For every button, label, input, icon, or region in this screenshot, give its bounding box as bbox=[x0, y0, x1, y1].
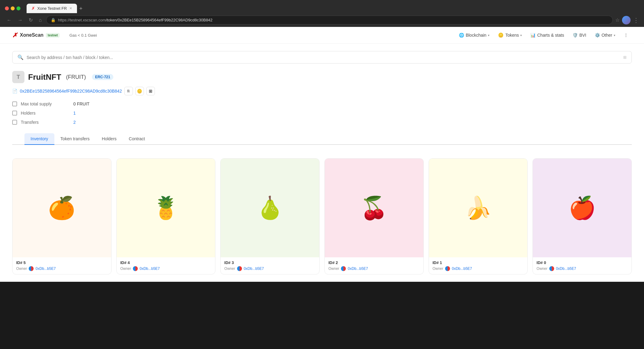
nft-card-3[interactable]: 🍐 ID# 3 Owner 0xDb...b5E7 bbox=[220, 158, 320, 274]
qr-icon: ⊞ bbox=[149, 89, 152, 94]
nft-card-2[interactable]: 🍒 ID# 2 Owner 0xDb...b5E7 bbox=[324, 158, 424, 274]
nft-card-1[interactable]: 🍌 ID# 1 Owner 0xDb...b5E7 bbox=[429, 158, 528, 274]
nft-info-1: ID# 1 Owner 0xDb...b5E7 bbox=[429, 257, 528, 274]
tokens-icon: 🪙 bbox=[498, 32, 504, 38]
nft-card-4[interactable]: 🍍 ID# 4 Owner 0xDb...b5E7 bbox=[116, 158, 216, 274]
bookmark-button[interactable]: ☆ bbox=[615, 17, 620, 23]
nft-card-5[interactable]: 🍊 ID# 5 Owner 0xDb...b5E7 bbox=[12, 158, 112, 274]
testnet-badge: testnet bbox=[46, 33, 60, 38]
profile-button[interactable] bbox=[622, 16, 631, 24]
new-tab-button[interactable]: + bbox=[77, 4, 85, 13]
url-path: /token/0x2BEe15B258964564efF99b22C98AD9c… bbox=[106, 18, 212, 22]
qr-code-button[interactable]: ⊞ bbox=[146, 87, 155, 95]
home-button[interactable]: ⌂ bbox=[37, 16, 44, 24]
tab-holders[interactable]: Holders bbox=[96, 133, 123, 145]
nft-owner-row-5: Owner 0xDb...b5E7 bbox=[16, 266, 108, 271]
nft-owner-addr-2[interactable]: 0xDb...b5E7 bbox=[348, 266, 368, 271]
nft-owner-label-3: Owner bbox=[224, 266, 235, 271]
close-button[interactable] bbox=[5, 6, 9, 10]
contract-avatar: T bbox=[12, 71, 24, 83]
nav-charts[interactable]: 📊 Charts & stats bbox=[527, 31, 568, 39]
tab-contract[interactable]: Contract bbox=[123, 133, 151, 145]
owner-avatar-0 bbox=[549, 266, 554, 271]
nft-card-0[interactable]: 🍎 ID# 0 Owner 0xDb...b5E7 bbox=[532, 158, 632, 274]
search-icon: 🔍 bbox=[17, 54, 24, 60]
stat-label-transfers: Transfers bbox=[21, 120, 70, 125]
nft-owner-addr-4[interactable]: 0xDb...b5E7 bbox=[140, 266, 160, 271]
nft-grid: 🍊 ID# 5 Owner 0xDb...b5E7 🍍 ID# 4 Owner … bbox=[0, 151, 644, 282]
tab-inventory-label: Inventory bbox=[31, 136, 48, 141]
stat-value-holders[interactable]: 1 bbox=[73, 111, 76, 116]
logo-icon: ✗ bbox=[12, 31, 17, 39]
token-icon-button[interactable]: 🪙 bbox=[135, 87, 144, 95]
reload-button[interactable]: ↻ bbox=[27, 16, 35, 24]
tab-inventory[interactable]: Inventory bbox=[24, 133, 54, 145]
nav-other-label: Other bbox=[602, 33, 612, 38]
nav-tokens[interactable]: 🪙 Tokens ▾ bbox=[494, 31, 525, 40]
gas-info: Gas < 0.1 Gwei bbox=[69, 33, 97, 38]
contract-address-link[interactable]: 0x2BEe15B258964564efF99b22C98AD9cd8c30B8… bbox=[20, 89, 122, 94]
nft-id-1: ID# 1 bbox=[433, 260, 524, 265]
stat-max-supply: Max total supply 0 FRUIT bbox=[12, 101, 632, 106]
tab-bar: ✗ Xone Testnet FR ✕ + bbox=[27, 4, 85, 13]
nft-owner-row-3: Owner 0xDb...b5E7 bbox=[224, 266, 316, 271]
back-button[interactable]: ← bbox=[5, 16, 13, 24]
nft-id-0: ID# 0 bbox=[536, 260, 628, 265]
forward-button[interactable]: → bbox=[16, 16, 24, 24]
tab-close-icon[interactable]: ✕ bbox=[69, 6, 72, 10]
logo-text: XoneScan bbox=[20, 32, 43, 38]
copy-icon: ⎘ bbox=[127, 89, 130, 93]
nft-image-1: 🍌 bbox=[429, 159, 528, 257]
minimize-button[interactable] bbox=[11, 6, 15, 10]
nav-bvi-label: BVI bbox=[579, 33, 586, 38]
owner-avatar-3 bbox=[237, 266, 242, 271]
nft-owner-label-2: Owner bbox=[328, 266, 339, 271]
address-bar[interactable]: 🔒 https://testnet.xscscan.com/token/0x2B… bbox=[46, 16, 613, 24]
search-input[interactable] bbox=[27, 55, 620, 60]
owner-avatar-5 bbox=[29, 266, 34, 271]
nft-owner-addr-0[interactable]: 0xDb...b5E7 bbox=[556, 266, 576, 271]
active-tab[interactable]: ✗ Xone Testnet FR ✕ bbox=[27, 4, 77, 13]
owner-avatar-4 bbox=[133, 266, 138, 271]
nft-owner-row-4: Owner 0xDb...b5E7 bbox=[120, 266, 212, 271]
chevron-down-icon-3: ▾ bbox=[614, 34, 615, 37]
nav-more-dots[interactable]: ⋮ bbox=[620, 31, 632, 39]
nav-charts-label: Charts & stats bbox=[537, 33, 564, 38]
globe-icon: 🌐 bbox=[459, 33, 464, 38]
stat-transfers: Transfers 2 bbox=[12, 120, 632, 125]
tab-token-transfers[interactable]: Token transfers bbox=[54, 133, 96, 145]
nav-other[interactable]: ⚙️ Other ▾ bbox=[591, 31, 619, 39]
chevron-down-icon-2: ▾ bbox=[520, 34, 522, 37]
maximize-button[interactable] bbox=[16, 6, 20, 10]
nav-tokens-label: Tokens bbox=[505, 33, 519, 38]
nft-owner-addr-5[interactable]: 0xDb...b5E7 bbox=[35, 266, 56, 271]
tab-title: Xone Testnet FR bbox=[37, 6, 67, 11]
nav-blockchain[interactable]: 🌐 Blockchain ▾ bbox=[455, 31, 493, 39]
nft-id-4: ID# 4 bbox=[120, 260, 212, 265]
nft-owner-row-2: Owner 0xDb...b5E7 bbox=[328, 266, 420, 271]
nft-owner-label-4: Owner bbox=[120, 266, 131, 271]
more-options-button[interactable]: ⋮ bbox=[633, 17, 639, 24]
chart-icon: 📊 bbox=[530, 33, 536, 38]
contract-name: FruitNFT bbox=[28, 72, 61, 82]
nft-owner-label-5: Owner bbox=[16, 266, 27, 271]
search-bar: 🔍 ⊞ bbox=[12, 51, 632, 64]
copy-button[interactable]: ⎘ bbox=[124, 87, 133, 95]
nav-blockchain-label: Blockchain bbox=[466, 33, 486, 38]
tabs-bar: Inventory Token transfers Holders Contra… bbox=[12, 133, 632, 145]
browser-addressbar: ← → ↻ ⌂ 🔒 https://testnet.xscscan.com/to… bbox=[0, 13, 644, 27]
nft-id-2: ID# 2 bbox=[328, 260, 420, 265]
nft-image-2: 🍒 bbox=[325, 159, 423, 257]
nft-owner-addr-3[interactable]: 0xDb...b5E7 bbox=[244, 266, 264, 271]
nft-info-3: ID# 3 Owner 0xDb...b5E7 bbox=[221, 257, 319, 274]
contract-ticker: (FRUIT) bbox=[66, 74, 86, 80]
nft-image-3: 🍐 bbox=[221, 159, 319, 257]
url-display: https://testnet.xscscan.com/token/0x2BEe… bbox=[58, 18, 608, 22]
nft-image-0: 🍎 bbox=[533, 159, 631, 257]
nav-bvi[interactable]: 🛡️ BVI bbox=[569, 31, 590, 39]
nft-owner-addr-1[interactable]: 0xDb...b5E7 bbox=[452, 266, 472, 271]
stat-value-transfers[interactable]: 2 bbox=[73, 120, 76, 125]
stats-grid: Max total supply 0 FRUIT Holders 1 Trans… bbox=[12, 101, 632, 125]
tab-holders-label: Holders bbox=[102, 136, 116, 141]
nft-info-4: ID# 4 Owner 0xDb...b5E7 bbox=[117, 257, 215, 274]
